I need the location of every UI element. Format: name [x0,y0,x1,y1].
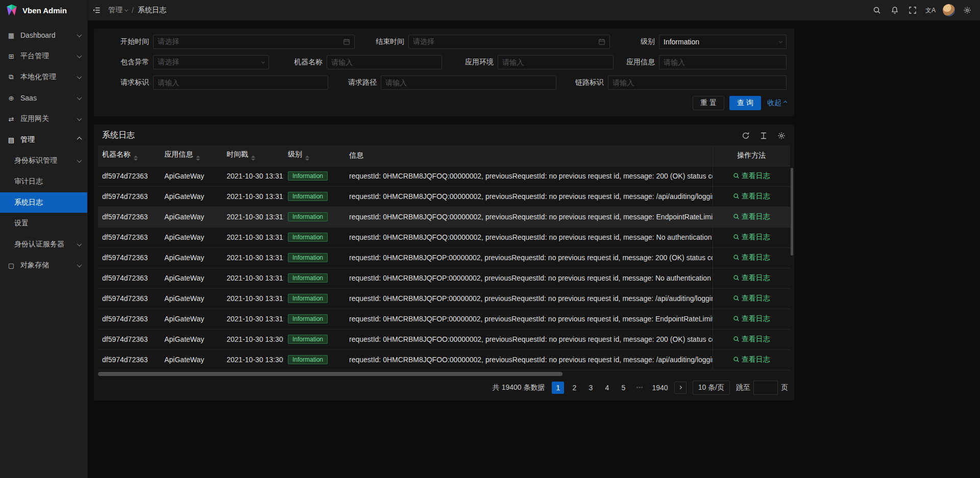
chevron-down-icon [77,116,82,121]
app-info-input[interactable] [659,55,787,69]
app-env-input[interactable] [498,55,614,69]
level-badge: Information [288,192,328,201]
view-log-link[interactable]: 查看日志 [733,273,770,283]
sidebar-item-management[interactable]: ▤ 管理 [0,130,87,150]
sidebar-item-settings[interactable]: 设置 [0,213,87,234]
app-logo[interactable]: Vben Admin [0,0,87,20]
settings-gear-icon[interactable] [962,5,973,16]
magnifier-icon [733,234,740,240]
table-toolbar [741,131,786,140]
refresh-icon[interactable] [741,131,750,140]
menu-fold-icon[interactable] [91,5,102,16]
view-log-link[interactable]: 查看日志 [733,335,770,344]
filter-label-app-env: 应用环境 [442,58,498,67]
sidebar-item-label: 身份认证服务器 [14,240,72,249]
page-button-1[interactable]: 1 [552,382,564,394]
column-header-level[interactable]: 级别 [284,145,345,166]
collapse-link[interactable]: 收起 [767,98,787,108]
sidebar: Vben Admin ▦ Dashboard ⊞ 平台管理 ⧉ 本地化管理 ⊕ … [0,0,88,478]
sidebar-item-localization[interactable]: ⧉ 本地化管理 [0,67,87,87]
table-row: df5974d72363 ApiGateWay 2021-10-30 13:30… [98,349,790,370]
view-log-link[interactable]: 查看日志 [733,253,770,262]
column-header-message: 信息 [345,145,713,166]
view-log-link[interactable]: 查看日志 [733,171,770,181]
page-ellipsis[interactable]: ••• [633,382,646,394]
magnifier-icon [733,315,740,322]
page-button-4[interactable]: 4 [601,382,613,394]
page-button-3[interactable]: 3 [584,382,597,394]
cell-actions: 查看日志 [713,166,790,186]
sidebar-item-auth-server[interactable]: 身份认证服务器 [0,234,87,255]
filter-label-level: 级别 [610,37,659,46]
sidebar-item-dashboard[interactable]: ▦ Dashboard [0,25,87,45]
level-badge: Information [288,233,328,242]
sidebar-item-object-storage[interactable]: ▢ 对象存储 [0,255,87,275]
machine-name-input[interactable] [327,55,442,69]
view-log-link[interactable]: 查看日志 [733,192,770,201]
trace-id-input[interactable] [608,76,787,90]
level-badge: Information [288,273,328,283]
sort-icons[interactable] [305,156,309,161]
vertical-scrollbar[interactable] [791,168,793,256]
level-select[interactable]: Information [659,35,787,49]
sidebar-item-label: Dashboard [20,31,72,39]
page-button-5[interactable]: 5 [617,382,629,394]
cell-actions: 查看日志 [713,186,790,207]
horizontal-scrollbar-thumb[interactable] [98,372,562,376]
next-page-button[interactable] [674,382,687,394]
sort-icons[interactable] [134,156,138,161]
include-exception-select[interactable]: 请选择 [153,55,269,69]
chevron-up-icon [77,137,82,142]
jump-page-input[interactable] [753,381,778,395]
system-log-panel: 系统日志 [94,124,794,400]
horizontal-scrollbar [98,372,790,376]
translate-icon[interactable]: 文A [925,5,936,16]
magnifier-icon [733,193,740,199]
request-path-input[interactable] [381,76,556,90]
view-log-link[interactable]: 查看日志 [733,212,770,221]
chevron-down-icon [125,8,128,11]
column-header-app[interactable]: 应用信息 [160,145,223,166]
search-button[interactable]: 查 询 [729,96,761,110]
page-button-2[interactable]: 2 [568,382,580,394]
end-time-picker[interactable]: 请选择 [408,35,610,49]
column-header-timestamp[interactable]: 时间戳 [223,145,284,166]
user-avatar[interactable] [943,4,955,16]
level-badge: Information [288,335,328,344]
sidebar-item-platform-management[interactable]: ⊞ 平台管理 [0,46,87,66]
fullscreen-icon[interactable] [907,5,918,16]
breadcrumb-item-management[interactable]: 管理 [108,6,128,15]
magnifier-icon [733,274,740,281]
column-settings-gear-icon[interactable] [777,131,786,140]
notification-bell-icon[interactable] [889,5,900,16]
view-log-link[interactable]: 查看日志 [733,314,770,323]
page-button-last[interactable]: 1940 [650,382,670,394]
table-row: df5974d72363 ApiGateWay 2021-10-30 13:31… [98,166,790,186]
sidebar-item-saas[interactable]: ⊕ Saas [0,88,87,108]
search-icon[interactable] [871,5,883,16]
row-height-icon[interactable] [759,131,768,140]
magnifier-icon [733,172,740,179]
sidebar-item-gateway[interactable]: ⇄ 应用网关 [0,109,87,129]
cell-app: ApiGateWay [160,268,223,288]
sort-icons[interactable] [251,156,255,161]
sidebar-item-system-logs[interactable]: 系统日志 [0,192,87,213]
cell-app: ApiGateWay [160,329,223,349]
start-time-picker[interactable]: 请选择 [153,35,355,49]
sidebar-item-identity-management[interactable]: 身份标识管理 [0,150,87,171]
page-size-select[interactable]: 10 条/页 [693,381,730,395]
view-log-link[interactable]: 查看日志 [733,294,770,303]
cell-machine: df5974d72363 [98,288,160,309]
request-id-input[interactable] [153,76,328,90]
view-log-link[interactable]: 查看日志 [733,233,770,242]
sidebar-item-label: 设置 [14,219,81,228]
reset-button[interactable]: 重 置 [693,96,724,110]
view-log-link[interactable]: 查看日志 [733,355,770,364]
cell-machine: df5974d72363 [98,247,160,268]
pagination: 共 19400 条数据 1 2 3 4 5 ••• 1940 10 条/页 跳至… [94,376,794,397]
placeholder-text: 请选择 [158,58,179,67]
column-header-machine[interactable]: 机器名称 [98,145,160,166]
cell-app: ApiGateWay [160,227,223,247]
sort-icons[interactable] [196,156,200,161]
sidebar-item-audit-logs[interactable]: 审计日志 [0,171,87,192]
